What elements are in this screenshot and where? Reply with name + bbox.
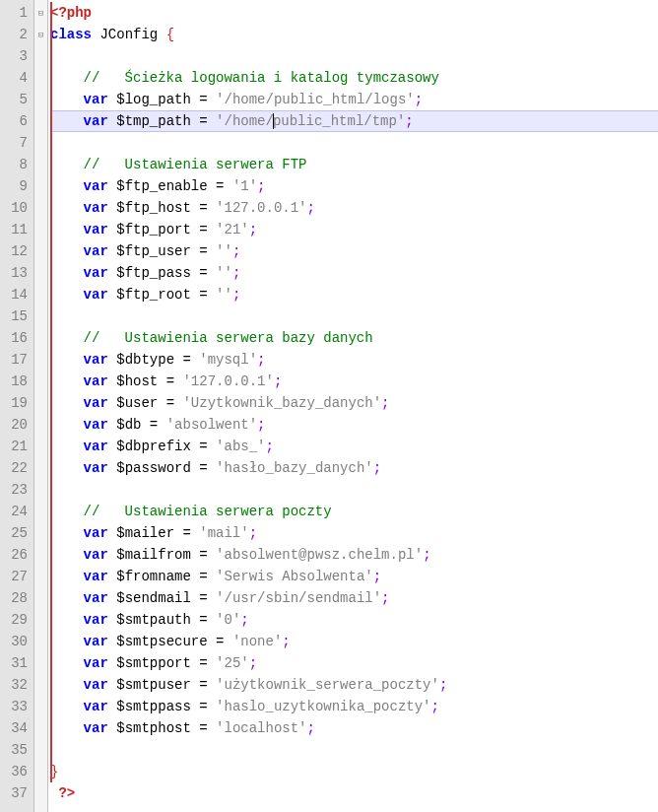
fold-marker[interactable]: [34, 262, 47, 284]
line-number: 25: [2, 522, 28, 544]
line-number: 37: [2, 782, 28, 804]
line-number: 23: [2, 479, 28, 501]
fold-marker[interactable]: [34, 132, 47, 154]
line-number: 13: [2, 262, 28, 284]
code-line: // Ścieżka logowania i katalog tymczasow…: [50, 67, 658, 89]
code-line: var $ftp_port = '21';: [50, 219, 658, 240]
fold-marker[interactable]: [34, 544, 47, 566]
code-line: var $smtpuser = 'użytkownik_serwera_pocz…: [50, 674, 658, 696]
fold-marker[interactable]: [34, 696, 47, 717]
code-line: var $smtpport = '25';: [50, 652, 658, 674]
code-line: var $mailfrom = 'absolwent@pwsz.chelm.pl…: [50, 544, 658, 566]
fold-marker[interactable]: [34, 240, 47, 262]
code-line: var $user = 'Uzytkownik_bazy_danych';: [50, 392, 658, 414]
fold-marker[interactable]: [34, 739, 47, 761]
fold-gutter: ⊟⊟: [34, 0, 48, 812]
fold-marker[interactable]: [34, 110, 47, 132]
code-area[interactable]: <?php class JConfig { // Ścieżka logowan…: [48, 0, 658, 812]
fold-marker[interactable]: [34, 652, 47, 674]
code-line: // Ustawienia serwera bazy danych: [50, 327, 658, 349]
fold-marker[interactable]: [34, 761, 47, 782]
fold-marker[interactable]: [34, 414, 47, 436]
fold-marker[interactable]: [34, 566, 47, 587]
code-line: var $dbtype = 'mysql';: [50, 349, 658, 371]
fold-marker[interactable]: [34, 284, 47, 305]
line-number: 32: [2, 674, 28, 696]
fold-marker[interactable]: [34, 219, 47, 240]
code-line: var $fromname = 'Serwis Absolwenta';: [50, 566, 658, 587]
code-line: ?>: [50, 782, 658, 804]
code-line: var $ftp_user = '';: [50, 240, 658, 262]
line-number: 12: [2, 240, 28, 262]
line-number: 35: [2, 739, 28, 761]
code-line: var $ftp_pass = '';: [50, 262, 658, 284]
line-number: 9: [2, 175, 28, 197]
fold-marker[interactable]: [34, 609, 47, 631]
line-number: 33: [2, 696, 28, 717]
line-number: 8: [2, 154, 28, 175]
fold-marker[interactable]: [34, 457, 47, 479]
fold-marker[interactable]: [34, 631, 47, 652]
fold-marker[interactable]: [34, 501, 47, 522]
fold-marker[interactable]: [34, 349, 47, 371]
line-number: 27: [2, 566, 28, 587]
line-number: 30: [2, 631, 28, 652]
line-number: 11: [2, 219, 28, 240]
code-line: [50, 132, 658, 154]
line-number: 6: [2, 110, 28, 132]
code-line: var $host = '127.0.0.1';: [50, 371, 658, 392]
line-number: 28: [2, 587, 28, 609]
fold-marker[interactable]: [34, 522, 47, 544]
code-line: var $smtpsecure = 'none';: [50, 631, 658, 652]
fold-marker[interactable]: [34, 327, 47, 349]
fold-marker[interactable]: [34, 782, 47, 804]
fold-marker[interactable]: [34, 436, 47, 457]
code-line: var $smtphost = 'localhost';: [50, 717, 658, 739]
code-line: // Ustawienia serwera FTP: [50, 154, 658, 175]
code-line: <?php: [50, 2, 658, 24]
line-number: 18: [2, 371, 28, 392]
line-number: 1: [2, 2, 28, 24]
code-line: var $ftp_enable = '1';: [50, 175, 658, 197]
code-line: [50, 739, 658, 761]
code-line: }: [50, 761, 658, 782]
line-number: 29: [2, 609, 28, 631]
fold-marker[interactable]: [34, 45, 47, 67]
code-line: [50, 479, 658, 501]
line-number: 36: [2, 761, 28, 782]
code-line: var $db = 'absolwent';: [50, 414, 658, 436]
fold-marker[interactable]: [34, 305, 47, 327]
code-line: var $ftp_host = '127.0.0.1';: [50, 197, 658, 219]
code-line-highlighted: var $tmp_path = '/home/public_html/tmp';: [50, 110, 658, 132]
fold-marker[interactable]: [34, 479, 47, 501]
line-number: 5: [2, 89, 28, 110]
code-line: var $smtpauth = '0';: [50, 609, 658, 631]
line-number: 19: [2, 392, 28, 414]
line-number: 14: [2, 284, 28, 305]
fold-marker[interactable]: ⊟: [34, 24, 47, 45]
line-number: 22: [2, 457, 28, 479]
line-number: 17: [2, 349, 28, 371]
code-line: [50, 305, 658, 327]
fold-marker[interactable]: [34, 89, 47, 110]
fold-marker[interactable]: [34, 674, 47, 696]
line-number: 26: [2, 544, 28, 566]
fold-marker[interactable]: [34, 197, 47, 219]
code-line: var $smtppass = 'haslo_uzytkownika_poczt…: [50, 696, 658, 717]
code-line: var $ftp_root = '';: [50, 284, 658, 305]
fold-marker[interactable]: [34, 67, 47, 89]
fold-marker[interactable]: [34, 392, 47, 414]
fold-marker[interactable]: [34, 371, 47, 392]
line-number: 10: [2, 197, 28, 219]
line-number: 31: [2, 652, 28, 674]
line-number-gutter: 1234567891011121314151617181920212223242…: [0, 0, 34, 812]
fold-marker[interactable]: [34, 154, 47, 175]
fold-marker[interactable]: ⊟: [34, 2, 47, 24]
code-line: [50, 45, 658, 67]
line-number: 2: [2, 24, 28, 45]
fold-marker[interactable]: [34, 717, 47, 739]
fold-marker[interactable]: [34, 175, 47, 197]
fold-marker[interactable]: [34, 587, 47, 609]
code-line: var $mailer = 'mail';: [50, 522, 658, 544]
line-number: 20: [2, 414, 28, 436]
